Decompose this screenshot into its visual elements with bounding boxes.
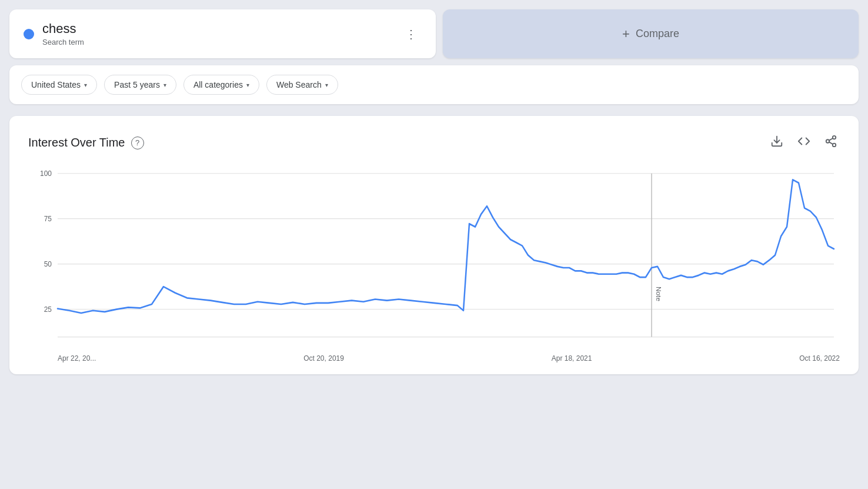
category-filter[interactable]: All categories ▾ — [183, 75, 259, 95]
compare-label: Compare — [636, 28, 679, 40]
download-button[interactable] — [768, 132, 786, 153]
x-axis-labels: Apr 22, 20... Oct 20, 2019 Apr 18, 2021 … — [28, 354, 840, 362]
filter-bar: United States ▾ Past 5 years ▾ All categ… — [9, 65, 859, 104]
svg-line-5 — [829, 138, 833, 141]
more-options-icon[interactable]: ⋮ — [400, 25, 422, 44]
chart-title: Interest Over Time — [28, 136, 125, 149]
search-type-label: Web Search — [276, 80, 322, 89]
region-label: United States — [31, 80, 81, 89]
embed-button[interactable] — [795, 132, 813, 153]
search-term-name: chess — [42, 21, 84, 36]
svg-text:100: 100 — [40, 169, 52, 178]
compare-plus-icon: + — [622, 26, 630, 42]
region-filter[interactable]: United States ▾ — [21, 75, 97, 95]
time-filter[interactable]: Past 5 years ▾ — [104, 75, 176, 95]
help-icon[interactable]: ? — [131, 137, 144, 149]
search-dot — [24, 29, 34, 39]
category-label: All categories — [193, 80, 243, 89]
share-button[interactable] — [822, 132, 840, 153]
category-arrow-icon: ▾ — [246, 82, 249, 88]
time-arrow-icon: ▾ — [163, 82, 166, 88]
search-type-arrow-icon: ▾ — [325, 82, 328, 88]
search-term-card: chess Search term ⋮ — [9, 9, 436, 58]
svg-text:Note: Note — [655, 287, 662, 301]
chart-area: 100 75 50 25 Note — [28, 167, 840, 350]
interest-over-time-card: Interest Over Time ? — [9, 116, 859, 374]
svg-text:75: 75 — [44, 215, 52, 223]
x-label-1: Apr 22, 20... — [58, 354, 96, 362]
svg-line-4 — [829, 142, 833, 144]
interest-chart: 100 75 50 25 Note — [28, 167, 840, 350]
x-label-2: Oct 20, 2019 — [303, 354, 344, 362]
compare-card[interactable]: + Compare — [443, 9, 859, 58]
svg-text:25: 25 — [44, 305, 52, 314]
time-label: Past 5 years — [114, 80, 160, 89]
x-label-3: Apr 18, 2021 — [552, 354, 592, 362]
search-term-label: Search term — [42, 38, 84, 46]
region-arrow-icon: ▾ — [84, 82, 87, 88]
svg-text:50: 50 — [44, 260, 52, 268]
x-label-4: Oct 16, 2022 — [799, 354, 840, 362]
search-type-filter[interactable]: Web Search ▾ — [266, 75, 338, 95]
